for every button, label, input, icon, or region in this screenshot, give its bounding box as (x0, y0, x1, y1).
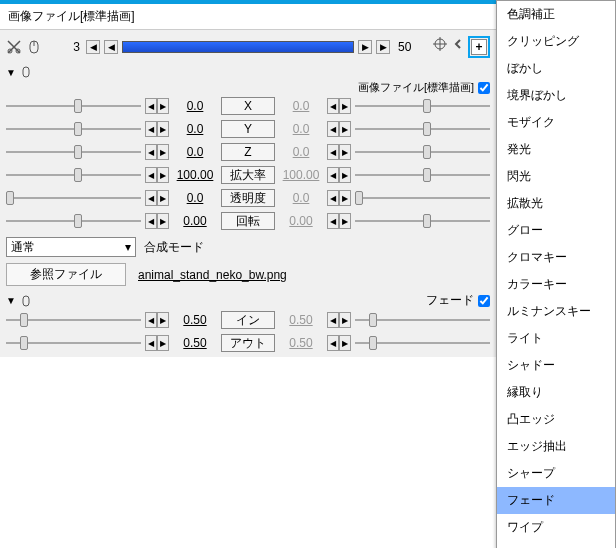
stepper[interactable]: ◀▶ (145, 190, 169, 206)
stepper[interactable]: ◀▶ (327, 121, 351, 137)
step-down[interactable]: ◀ (145, 190, 157, 206)
menu-item[interactable]: 拡散光 (497, 190, 615, 217)
step-up[interactable]: ▶ (157, 121, 169, 137)
step-up[interactable]: ▶ (339, 167, 351, 183)
menu-item[interactable]: クロマキー (497, 244, 615, 271)
step-up[interactable]: ▶ (339, 98, 351, 114)
stepper[interactable]: ◀▶ (327, 98, 351, 114)
slider[interactable] (355, 189, 490, 207)
menu-item[interactable]: カラーキー (497, 271, 615, 298)
mouse-icon[interactable] (26, 39, 42, 55)
frame-next-fast[interactable]: ▶ (376, 40, 390, 54)
fade-enable-checkbox[interactable] (478, 295, 490, 307)
step-down[interactable]: ◀ (327, 121, 339, 137)
slider[interactable] (355, 311, 490, 329)
section1-enable-checkbox[interactable] (478, 82, 490, 94)
menu-item[interactable]: 境界ぼかし (497, 82, 615, 109)
menu-item[interactable]: シャドー (497, 352, 615, 379)
param-value-left[interactable]: 0.50 (173, 313, 217, 327)
step-down[interactable]: ◀ (327, 144, 339, 160)
slider[interactable] (355, 120, 490, 138)
param-button[interactable]: X (221, 97, 275, 115)
stepper[interactable]: ◀▶ (145, 144, 169, 160)
step-up[interactable]: ▶ (339, 312, 351, 328)
slider[interactable] (6, 189, 141, 207)
step-up[interactable]: ▶ (157, 144, 169, 160)
slider[interactable] (355, 334, 490, 352)
stepper[interactable]: ◀▶ (145, 312, 169, 328)
step-down[interactable]: ◀ (327, 213, 339, 229)
slider[interactable] (6, 311, 141, 329)
param-button[interactable]: 拡大率 (221, 166, 275, 184)
stepper[interactable]: ◀▶ (145, 167, 169, 183)
param-value-left[interactable]: 0.0 (173, 122, 217, 136)
param-value-left[interactable]: 0.0 (173, 145, 217, 159)
slider[interactable] (355, 212, 490, 230)
stepper[interactable]: ◀▶ (327, 213, 351, 229)
step-up[interactable]: ▶ (339, 190, 351, 206)
menu-item[interactable]: 縁取り (497, 379, 615, 406)
slider[interactable] (6, 120, 141, 138)
param-button[interactable]: アウト (221, 334, 275, 352)
stepper[interactable]: ◀▶ (145, 335, 169, 351)
stepper[interactable]: ◀▶ (327, 190, 351, 206)
stepper[interactable]: ◀▶ (327, 312, 351, 328)
step-up[interactable]: ▶ (157, 312, 169, 328)
back-icon[interactable] (450, 36, 466, 52)
step-up[interactable]: ▶ (339, 144, 351, 160)
section1-header[interactable]: ▼ (0, 64, 496, 80)
step-up[interactable]: ▶ (157, 335, 169, 351)
step-down[interactable]: ◀ (145, 335, 157, 351)
frame-prev[interactable]: ◀ (104, 40, 118, 54)
target-icon[interactable] (432, 36, 448, 52)
step-up[interactable]: ▶ (339, 213, 351, 229)
cut-icon[interactable] (6, 39, 22, 55)
param-value-right[interactable]: 0.50 (279, 336, 323, 350)
menu-item[interactable]: ぼかし (497, 55, 615, 82)
frame-prev-fast[interactable]: ◀ (86, 40, 100, 54)
step-up[interactable]: ▶ (157, 167, 169, 183)
param-value-left[interactable]: 0.50 (173, 336, 217, 350)
menu-item[interactable]: 色調補正 (497, 1, 615, 28)
step-up[interactable]: ▶ (157, 98, 169, 114)
step-down[interactable]: ◀ (327, 98, 339, 114)
param-button[interactable]: Y (221, 120, 275, 138)
param-value-right[interactable]: 0.50 (279, 313, 323, 327)
step-up[interactable]: ▶ (339, 335, 351, 351)
step-down[interactable]: ◀ (327, 190, 339, 206)
step-down[interactable]: ◀ (145, 121, 157, 137)
param-button[interactable]: Z (221, 143, 275, 161)
slider[interactable] (355, 143, 490, 161)
param-value-right[interactable]: 0.0 (279, 191, 323, 205)
param-value-right[interactable]: 100.00 (279, 168, 323, 182)
param-value-left[interactable]: 0.0 (173, 99, 217, 113)
menu-item[interactable]: ライト (497, 325, 615, 352)
file-name[interactable]: animal_stand_neko_bw.png (138, 268, 287, 282)
step-up[interactable]: ▶ (339, 121, 351, 137)
slider[interactable] (6, 97, 141, 115)
file-browse-button[interactable]: 参照ファイル (6, 263, 126, 286)
step-down[interactable]: ◀ (145, 213, 157, 229)
stepper[interactable]: ◀▶ (145, 98, 169, 114)
param-value-left[interactable]: 100.00 (173, 168, 217, 182)
menu-item[interactable]: 発光 (497, 136, 615, 163)
stepper[interactable]: ◀▶ (327, 167, 351, 183)
param-value-right[interactable]: 0.0 (279, 122, 323, 136)
stepper[interactable]: ◀▶ (327, 144, 351, 160)
menu-item[interactable]: グロー (497, 217, 615, 244)
param-value-right[interactable]: 0.0 (279, 99, 323, 113)
menu-item[interactable]: フェード (497, 487, 615, 514)
param-value-left[interactable]: 0.0 (173, 191, 217, 205)
step-down[interactable]: ◀ (327, 312, 339, 328)
timeline-bar[interactable] (122, 41, 354, 53)
slider[interactable] (6, 143, 141, 161)
blend-mode-select[interactable]: 通常 ▾ (6, 237, 136, 257)
step-down[interactable]: ◀ (145, 98, 157, 114)
menu-item[interactable]: マスク (497, 541, 615, 548)
slider[interactable] (6, 212, 141, 230)
step-down[interactable]: ◀ (145, 167, 157, 183)
step-down[interactable]: ◀ (145, 144, 157, 160)
slider[interactable] (355, 166, 490, 184)
step-up[interactable]: ▶ (157, 213, 169, 229)
menu-item[interactable]: シャープ (497, 460, 615, 487)
